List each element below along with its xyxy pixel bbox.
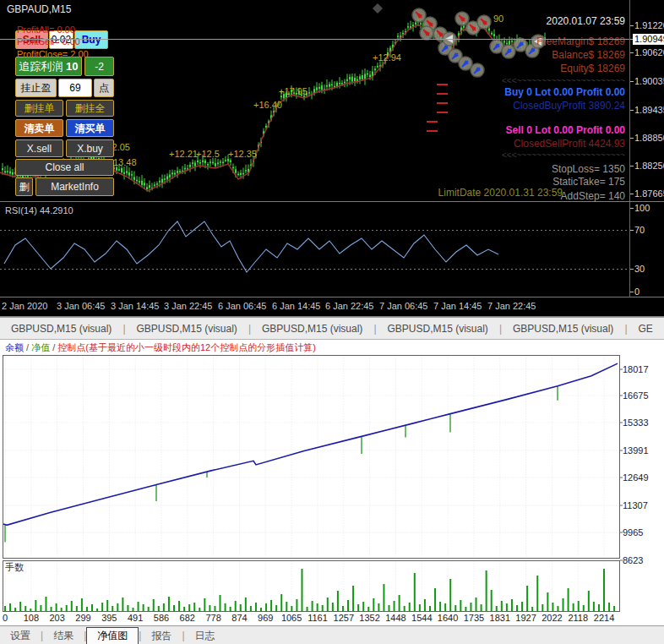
legend-balance: 余额: [5, 342, 24, 352]
price-axis: 1.912201.909491.906201.900351.894351.888…: [630, 0, 664, 297]
chart-tab-1[interactable]: GBPUSD,M15 (visual): [0, 323, 122, 335]
chart-tab-5[interactable]: GBPUSD,M15 (visual): [502, 323, 624, 335]
trade-number-tick: 1927: [515, 613, 536, 623]
equity-y-tick: 9965: [623, 527, 643, 538]
trade-number-tick: 1352: [359, 613, 379, 623]
svg-text:+12.21: +12.21: [169, 149, 198, 159]
trade-number-tick: 1735: [464, 613, 484, 623]
equity-y-tick: 16675: [623, 390, 649, 401]
delete-button[interactable]: 删: [15, 177, 33, 196]
price-tick: 1.91220: [634, 20, 664, 31]
legend-sep: /: [50, 342, 57, 352]
tester-legend: 余额 / 净值 / 控制点(基于最近的小一级时段内的12个控制点的分形插值计算): [5, 341, 316, 354]
equity-chart[interactable]: [0, 339, 664, 625]
tester-tab-2[interactable]: 结果: [43, 628, 84, 644]
chart-symbol-title: GBPAUD,M15: [7, 3, 71, 15]
trade-number-tick: 203: [49, 613, 64, 623]
trailing-profit-text: 追踪利润: [19, 60, 63, 73]
price-tick: 1.88850: [634, 133, 664, 144]
x-buy-button[interactable]: X.buy: [66, 139, 114, 157]
legend-equity: 净值: [31, 342, 50, 352]
stop-loss-label: StopLoss= 1350: [552, 163, 625, 175]
tester-tab-1[interactable]: 设置: [0, 628, 41, 644]
rsi-indicator-label: RSI(14) 44.2910: [5, 205, 73, 216]
time-tick: 3 Jan 06:45: [57, 301, 106, 311]
closed-buy-profit: ClosedBuyProfit 3890.24: [513, 100, 625, 112]
clear-buy-button[interactable]: 清买单: [66, 119, 114, 137]
points-unit-button[interactable]: 点: [94, 79, 114, 97]
lots-subchart-label: 手数: [5, 561, 24, 574]
trade-number-tick: 586: [154, 613, 169, 623]
buy-marker: [471, 63, 484, 77]
market-info-button[interactable]: MarketInfo: [35, 177, 114, 196]
legend-mode: 控制点(基于最近的小一级时段内的12个控制点的分形插值计算): [57, 342, 316, 352]
equity-y-tick: 11307: [623, 500, 648, 510]
close-all-button[interactable]: Close all: [15, 159, 114, 176]
trade-number-tick: 1448: [385, 613, 405, 623]
trailing-minus-button[interactable]: -2: [84, 57, 114, 76]
equity-y-tick: 18017: [623, 364, 649, 374]
chart-tab-2[interactable]: GBPUSD,M15 (visual): [126, 323, 248, 335]
chart-tab-6[interactable]: GE: [628, 323, 664, 335]
delete-all-pending-button[interactable]: 删挂全: [66, 100, 114, 117]
tester-tab-4[interactable]: 报告: [141, 628, 182, 644]
trade-number-tick: 108: [24, 613, 39, 623]
trade-number-tick: 2214: [594, 613, 614, 623]
separator-squiggle-1: <<<~~~~~~~~~~~~~~~~~~~~~~: [502, 76, 625, 85]
equity-label: Equity$ 18269: [560, 63, 625, 74]
current-price-tick: 1.90949: [633, 34, 664, 45]
time-tick: 6 Jan 22:45: [325, 301, 374, 311]
price-tick: 1.87665: [634, 188, 664, 199]
metatrader-app: +42.00+12.0513.48+12.21+12.5+12.35+16.40…: [0, 0, 664, 644]
time-tick: 3 Jan 14:45: [111, 301, 160, 311]
points-value-input[interactable]: 69: [58, 79, 92, 97]
time-tick: 7 Jan 14:45: [433, 301, 482, 311]
trade-number-tick: 2022: [542, 613, 562, 623]
price-tick: 1.90620: [634, 47, 664, 58]
rsi-level-tick: 0: [634, 287, 640, 297]
x-sell-button[interactable]: X.sell: [15, 139, 63, 157]
svg-text:90: 90: [493, 14, 503, 24]
chart-tab-3[interactable]: GBPUSD,M15 (visual): [251, 323, 373, 335]
profit-close-label: ProfitClose= 2.00: [17, 49, 89, 59]
tester-tab-3[interactable]: 净值图: [86, 627, 139, 644]
equity-y-tick: 15333: [623, 418, 649, 428]
trade-number-tick: 2118: [568, 613, 588, 623]
trade-number-tick: 491: [128, 613, 143, 623]
chart-datetime: 2020.01.07 23:59: [547, 15, 625, 27]
trade-number-tick: 395: [101, 613, 117, 623]
legend-sep: /: [24, 342, 31, 352]
tester-tab-5[interactable]: 日志: [185, 628, 226, 644]
profit-all-label: ProfitAll= 0.00: [17, 25, 75, 35]
chart-window: +42.00+12.0513.48+12.21+12.5+12.35+16.40…: [0, 0, 664, 317]
trade-number-tick: 778: [205, 613, 220, 623]
trailing-profit-button[interactable]: 追踪利润 10: [15, 57, 82, 76]
buy-profit-line: Buy 0 Lot 0.00 Profit 0.00: [504, 86, 625, 98]
profit-sell-label: ProfitSell= 0.00: [17, 36, 80, 46]
tester-graph-panel: 余额 / 净值 / 控制点(基于最近的小一级时段内的12个控制点的分形插值计算)…: [0, 339, 664, 625]
time-tick: 6 Jan 06:45: [218, 301, 267, 311]
limit-date-label: LimitDate 2020.01.31 23:59: [438, 187, 563, 199]
delete-pending-button[interactable]: 删挂单: [15, 100, 63, 117]
pending-tp-button[interactable]: 挂止盈: [15, 79, 57, 97]
price-tick: 1.90035: [634, 76, 664, 87]
equity-y-tick: 8623: [623, 555, 643, 565]
clear-sell-button[interactable]: 清卖单: [15, 119, 63, 137]
sell-marker: [420, 26, 433, 40]
trade-number-tick: 1640: [438, 613, 458, 623]
rsi-level-tick: 30: [634, 264, 645, 275]
price-tick: 1.88250: [634, 161, 664, 172]
balance-label: Balance$ 18269: [552, 49, 625, 61]
trade-number-tick: 1831: [490, 613, 510, 623]
time-axis: 2 Jan 20203 Jan 06:453 Jan 14:453 Jan 22…: [0, 297, 664, 316]
trade-number-tick: 1065: [281, 613, 302, 623]
add-step-label: AddStep= 140: [561, 190, 625, 202]
bid-price-line: [0, 39, 629, 40]
trade-number-tick: 969: [258, 613, 273, 623]
trade-number-tick: 299: [75, 613, 90, 623]
separator-squiggle-2: <<<~~~~~~~~~~~~~~~~~~~~~~: [502, 150, 625, 160]
trade-number-tick: 0: [3, 613, 8, 623]
equity-y-tick: 13991: [623, 445, 649, 456]
time-tick: 7 Jan 22:45: [487, 301, 536, 311]
chart-tab-4[interactable]: GBPUSD,M15 (visual): [377, 323, 499, 335]
